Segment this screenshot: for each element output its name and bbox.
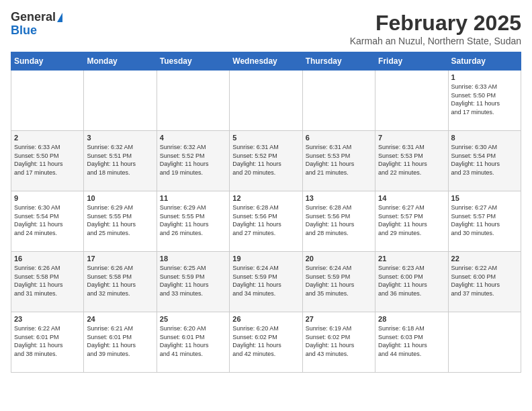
calendar-cell: 18Sunrise: 6:25 AM Sunset: 5:59 PM Dayli…: [157, 252, 229, 312]
week-row-2: 2Sunrise: 6:33 AM Sunset: 5:50 PM Daylig…: [11, 131, 521, 191]
day-info: Sunrise: 6:31 AM Sunset: 5:53 PM Dayligh…: [306, 143, 372, 177]
location-subtitle: Karmah an Nuzul, Northern State, Sudan: [350, 36, 521, 46]
column-header-wednesday: Wednesday: [230, 52, 302, 71]
calendar-cell: 6Sunrise: 6:31 AM Sunset: 5:53 PM Daylig…: [302, 131, 375, 191]
day-number: 5: [232, 134, 299, 142]
calendar-header: SundayMondayTuesdayWednesdayThursdayFrid…: [11, 52, 521, 71]
week-row-4: 16Sunrise: 6:26 AM Sunset: 5:58 PM Dayli…: [11, 252, 521, 312]
calendar-cell: [302, 71, 375, 131]
day-info: Sunrise: 6:21 AM Sunset: 6:01 PM Dayligh…: [87, 324, 153, 358]
day-info: Sunrise: 6:26 AM Sunset: 5:58 PM Dayligh…: [87, 264, 153, 298]
day-number: 2: [14, 134, 81, 142]
day-info: Sunrise: 6:20 AM Sunset: 6:02 PM Dayligh…: [232, 324, 299, 358]
day-info: Sunrise: 6:22 AM Sunset: 6:01 PM Dayligh…: [14, 324, 81, 358]
calendar-cell: 15Sunrise: 6:27 AM Sunset: 5:57 PM Dayli…: [448, 191, 521, 252]
day-info: Sunrise: 6:24 AM Sunset: 5:59 PM Dayligh…: [306, 264, 372, 298]
day-info: Sunrise: 6:18 AM Sunset: 6:03 PM Dayligh…: [378, 324, 445, 358]
column-header-thursday: Thursday: [302, 52, 375, 71]
day-number: 24: [87, 315, 153, 323]
calendar-cell: 1Sunrise: 6:33 AM Sunset: 5:50 PM Daylig…: [448, 71, 521, 131]
calendar-cell: 10Sunrise: 6:29 AM Sunset: 5:55 PM Dayli…: [84, 191, 157, 252]
day-number: 9: [14, 194, 81, 202]
day-info: Sunrise: 6:31 AM Sunset: 5:53 PM Dayligh…: [378, 143, 445, 177]
day-number: 17: [87, 255, 153, 263]
day-number: 1: [451, 73, 518, 81]
day-number: 20: [306, 255, 372, 263]
day-info: Sunrise: 6:23 AM Sunset: 6:00 PM Dayligh…: [378, 264, 445, 298]
calendar-cell: 24Sunrise: 6:21 AM Sunset: 6:01 PM Dayli…: [84, 312, 157, 373]
calendar-cell: 8Sunrise: 6:30 AM Sunset: 5:54 PM Daylig…: [448, 131, 521, 191]
week-row-1: 1Sunrise: 6:33 AM Sunset: 5:50 PM Daylig…: [11, 71, 521, 131]
calendar-cell: [375, 71, 448, 131]
day-info: Sunrise: 6:29 AM Sunset: 5:55 PM Dayligh…: [87, 203, 153, 237]
day-number: 8: [451, 134, 518, 142]
calendar-cell: 17Sunrise: 6:26 AM Sunset: 5:58 PM Dayli…: [84, 252, 157, 312]
day-info: Sunrise: 6:27 AM Sunset: 5:57 PM Dayligh…: [451, 203, 518, 237]
month-year-title: February 2025: [350, 11, 521, 36]
calendar-cell: 23Sunrise: 6:22 AM Sunset: 6:01 PM Dayli…: [11, 312, 84, 373]
week-row-5: 23Sunrise: 6:22 AM Sunset: 6:01 PM Dayli…: [11, 312, 521, 373]
logo-blue-text: Blue: [11, 24, 37, 38]
header-row: SundayMondayTuesdayWednesdayThursdayFrid…: [11, 52, 521, 71]
calendar-cell: [11, 71, 84, 131]
calendar-cell: 9Sunrise: 6:30 AM Sunset: 5:54 PM Daylig…: [11, 191, 84, 252]
day-info: Sunrise: 6:22 AM Sunset: 6:00 PM Dayligh…: [451, 264, 518, 298]
day-number: 6: [306, 134, 372, 142]
day-number: 27: [306, 315, 372, 323]
calendar-cell: 26Sunrise: 6:20 AM Sunset: 6:02 PM Dayli…: [230, 312, 302, 373]
calendar-cell: 13Sunrise: 6:28 AM Sunset: 5:56 PM Dayli…: [302, 191, 375, 252]
day-number: 4: [160, 134, 226, 142]
calendar-cell: 3Sunrise: 6:32 AM Sunset: 5:51 PM Daylig…: [84, 131, 157, 191]
day-info: Sunrise: 6:26 AM Sunset: 5:58 PM Dayligh…: [14, 264, 81, 298]
day-info: Sunrise: 6:32 AM Sunset: 5:52 PM Dayligh…: [160, 143, 226, 177]
calendar-cell: [448, 312, 521, 373]
calendar-cell: 5Sunrise: 6:31 AM Sunset: 5:52 PM Daylig…: [230, 131, 302, 191]
week-row-3: 9Sunrise: 6:30 AM Sunset: 5:54 PM Daylig…: [11, 191, 521, 252]
day-info: Sunrise: 6:19 AM Sunset: 6:02 PM Dayligh…: [306, 324, 372, 358]
day-number: 28: [378, 315, 445, 323]
calendar-table: SundayMondayTuesdayWednesdayThursdayFrid…: [11, 52, 521, 373]
day-number: 18: [160, 255, 226, 263]
day-info: Sunrise: 6:32 AM Sunset: 5:51 PM Dayligh…: [87, 143, 153, 177]
column-header-tuesday: Tuesday: [157, 52, 229, 71]
day-number: 25: [160, 315, 226, 323]
calendar-cell: 19Sunrise: 6:24 AM Sunset: 5:59 PM Dayli…: [230, 252, 302, 312]
column-header-monday: Monday: [84, 52, 157, 71]
day-info: Sunrise: 6:24 AM Sunset: 5:59 PM Dayligh…: [232, 264, 299, 298]
column-header-friday: Friday: [375, 52, 448, 71]
day-number: 3: [87, 134, 153, 142]
day-number: 26: [232, 315, 299, 323]
calendar-cell: [157, 71, 229, 131]
calendar-cell: 25Sunrise: 6:20 AM Sunset: 6:01 PM Dayli…: [157, 312, 229, 373]
calendar-cell: 7Sunrise: 6:31 AM Sunset: 5:53 PM Daylig…: [375, 131, 448, 191]
day-info: Sunrise: 6:28 AM Sunset: 5:56 PM Dayligh…: [306, 203, 372, 237]
calendar-cell: 11Sunrise: 6:29 AM Sunset: 5:55 PM Dayli…: [157, 191, 229, 252]
calendar-cell: 14Sunrise: 6:27 AM Sunset: 5:57 PM Dayli…: [375, 191, 448, 252]
day-number: 22: [451, 255, 518, 263]
day-number: 19: [232, 255, 299, 263]
day-info: Sunrise: 6:28 AM Sunset: 5:56 PM Dayligh…: [232, 203, 299, 237]
calendar-cell: 21Sunrise: 6:23 AM Sunset: 6:00 PM Dayli…: [375, 252, 448, 312]
title-block: February 2025 Karmah an Nuzul, Northern …: [350, 11, 521, 46]
page-header: General Blue February 2025 Karmah an Nuz…: [11, 11, 521, 46]
calendar-cell: 2Sunrise: 6:33 AM Sunset: 5:50 PM Daylig…: [11, 131, 84, 191]
day-number: 7: [378, 134, 445, 142]
calendar-cell: 4Sunrise: 6:32 AM Sunset: 5:52 PM Daylig…: [157, 131, 229, 191]
day-number: 14: [378, 194, 445, 202]
day-info: Sunrise: 6:25 AM Sunset: 5:59 PM Dayligh…: [160, 264, 226, 298]
calendar-body: 1Sunrise: 6:33 AM Sunset: 5:50 PM Daylig…: [11, 71, 521, 373]
day-number: 23: [14, 315, 81, 323]
calendar-cell: 16Sunrise: 6:26 AM Sunset: 5:58 PM Dayli…: [11, 252, 84, 312]
column-header-sunday: Sunday: [11, 52, 84, 71]
calendar-cell: 20Sunrise: 6:24 AM Sunset: 5:59 PM Dayli…: [302, 252, 375, 312]
calendar-cell: 22Sunrise: 6:22 AM Sunset: 6:00 PM Dayli…: [448, 252, 521, 312]
day-number: 15: [451, 194, 518, 202]
day-number: 21: [378, 255, 445, 263]
day-number: 10: [87, 194, 153, 202]
day-info: Sunrise: 6:30 AM Sunset: 5:54 PM Dayligh…: [14, 203, 81, 237]
day-info: Sunrise: 6:29 AM Sunset: 5:55 PM Dayligh…: [160, 203, 226, 237]
day-number: 13: [306, 194, 372, 202]
day-info: Sunrise: 6:20 AM Sunset: 6:01 PM Dayligh…: [160, 324, 226, 358]
logo-triangle-icon: [57, 13, 62, 22]
day-info: Sunrise: 6:30 AM Sunset: 5:54 PM Dayligh…: [451, 143, 518, 177]
